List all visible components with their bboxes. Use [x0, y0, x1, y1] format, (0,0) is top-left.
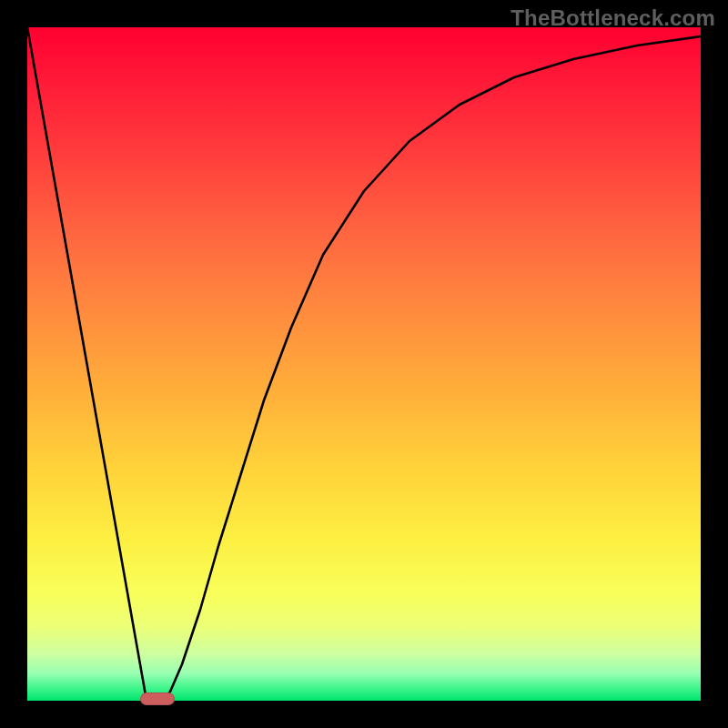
plot-area	[27, 27, 701, 701]
curve-svg	[27, 27, 701, 701]
bottleneck-curve	[27, 27, 701, 701]
chart-frame: TheBottleneck.com	[0, 0, 728, 728]
watermark-text: TheBottleneck.com	[511, 5, 715, 31]
minimum-marker	[140, 693, 175, 705]
